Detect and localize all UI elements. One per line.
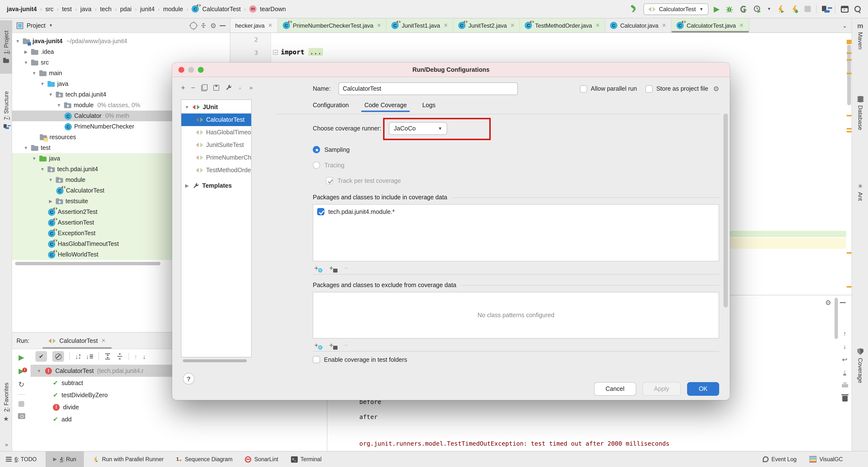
statusbar-parallel-runner[interactable]: Run with Parallel Runner [93,456,163,463]
breadcrumb-module[interactable]: module [163,6,183,12]
rerun-failed-tests-button[interactable]: ▶! [19,367,24,374]
chevron-right-icon[interactable]: ▶ [23,50,29,54]
add-class-icon[interactable]: +c [314,264,321,271]
chevron-down-icon[interactable]: ▼ [184,105,190,110]
allow-parallel-run-checkbox[interactable]: Allow parallel run [580,85,637,92]
fold-toggle-icon[interactable] [273,50,278,55]
edit-templates-wrench-icon[interactable] [225,84,232,91]
breadcrumb-method[interactable]: tearDown [260,6,286,12]
tab-code-coverage[interactable]: Code Coverage [364,102,407,108]
statusbar-visualgc[interactable]: VisualGC [809,456,843,463]
chevron-down-icon[interactable]: ▼ [32,156,37,161]
gear-icon[interactable]: ⚙ [210,22,216,29]
up-arrow-icon[interactable]: ↑ [843,330,846,337]
sort-alphabetically-icon[interactable]: ↓az [75,353,81,360]
include-patterns-list[interactable]: tech.pdai.junit4.module.* [313,204,719,261]
close-icon[interactable]: ✕ [268,22,272,29]
dialog-scrollbar-thumb[interactable] [723,114,728,307]
run-parallel-bolt-icon[interactable] [776,5,785,13]
console-scrollbar-thumb[interactable] [835,298,838,339]
soft-wrap-icon[interactable]: ↩ [842,356,847,363]
statusbar-todo[interactable]: 6: TODO [6,456,37,462]
tool-windows-icon[interactable] [822,6,830,12]
chevron-down-icon[interactable]: ▼ [23,60,29,65]
toggle-auto-test-icon[interactable]: ↻ [18,381,24,388]
help-button[interactable]: ? [183,373,194,384]
collapse-all-icon[interactable] [200,22,207,29]
tab-configuration[interactable]: Configuration [313,102,349,108]
chevron-down-icon[interactable]: ▼ [23,146,29,150]
config-tree-junitsuitetest[interactable]: JunitSuiteTest [181,139,251,151]
cancel-button[interactable]: Cancel [594,382,636,396]
scroll-to-end-icon[interactable]: ↓ [843,370,846,375]
close-window-button[interactable] [179,67,184,73]
chevron-down-icon[interactable]: ▼ [49,23,53,28]
add-configuration-icon[interactable]: + [181,84,185,91]
name-input[interactable] [338,83,518,95]
breadcrumb-src[interactable]: src [45,6,53,12]
tab-logs[interactable]: Logs [422,102,435,108]
statusbar-sonarlint[interactable]: SonarLint [245,456,278,462]
chevron-down-icon[interactable]: ▼ [36,368,42,373]
chevron-down-icon[interactable]: ▼ [48,92,53,97]
breadcrumb-test[interactable]: test [62,6,72,12]
folded-imports[interactable]: ... [308,48,323,56]
expand-all-icon[interactable] [104,353,111,360]
chevron-down-icon[interactable]: ▼ [48,178,53,182]
debug-parallel-bolt-icon[interactable] [790,5,799,13]
add-class-icon[interactable]: +c [314,341,321,348]
store-settings-gear-icon[interactable]: ⚙ [713,85,719,92]
config-tree-calculatortest[interactable]: CalculatorTest [181,114,251,126]
hidden-tabs-icon[interactable]: ⌄ [838,19,851,32]
statusbar-sequence-diagram[interactable]: 1Sequence Diagram [176,456,232,462]
close-icon[interactable]: ✕ [443,22,448,29]
editor-tab[interactable]: JunitTest1.java✕ [386,19,453,32]
editor-tab[interactable]: PrimeNumberCheckerTest.java✕ [278,19,387,32]
run-anything-icon[interactable] [841,6,848,12]
sidebar-tab-maven[interactable]: m Maven [852,22,868,50]
chevron-down-icon[interactable]: ▼ [32,71,37,76]
close-icon[interactable]: ✕ [595,22,600,29]
rerun-button[interactable]: ▶ [19,353,24,361]
build-hammer-icon[interactable] [629,5,638,13]
sampling-radio[interactable]: Sampling [313,144,719,156]
hide-panel-icon[interactable] [840,302,846,303]
snapshot-icon[interactable] [18,413,25,419]
profiler-button[interactable] [753,5,762,13]
stripe-more-button[interactable]: » [0,441,12,448]
tree-item-idea[interactable]: ▶.idea [12,46,230,57]
add-package-icon[interactable]: + [329,264,337,271]
clear-console-icon[interactable] [842,396,847,402]
editor-tab[interactable]: Calculator.java✕ [605,19,672,32]
breadcrumb-junit4[interactable]: junit4 [140,6,155,12]
hide-panel-icon[interactable] [220,25,225,26]
close-icon[interactable]: ✕ [510,22,515,29]
sidebar-tab-database[interactable]: Database [852,96,868,130]
copy-configuration-icon[interactable] [201,84,207,91]
sidebar-tab-project[interactable]: 1: Project [0,20,12,74]
chevron-down-icon[interactable]: ▼ [15,39,20,44]
collapse-all-icon[interactable] [116,353,123,360]
tree-item-project-root[interactable]: ▼java-junit4~/pdai/www/java-junit4 [12,36,230,46]
breadcrumb-java[interactable]: java [80,6,91,12]
sidebar-tab-coverage[interactable]: Coverage [852,348,868,383]
chevron-down-icon[interactable]: ▼ [40,167,45,172]
close-icon[interactable]: ✕ [739,22,744,29]
save-configuration-icon[interactable] [213,85,219,90]
dialog-titlebar[interactable]: Run/Debug Configurations [172,63,730,77]
store-as-project-file-checkbox[interactable]: Store as project file [646,85,708,92]
statusbar-run[interactable]: ▶4: Run [45,451,84,467]
debug-button[interactable] [725,5,734,13]
minimize-window-button[interactable] [188,67,194,73]
sort-by-duration-icon[interactable]: ↓ [86,353,93,360]
config-tree-templates[interactable]: ▶Templates [181,180,251,192]
editor-tab-active[interactable]: CalculatorTest.java✕ [672,19,749,32]
search-everywhere-icon[interactable] [854,5,861,12]
sidebar-tab-ant[interactable]: ✳ Ant [852,183,868,201]
run-button[interactable]: ▶ [714,5,720,13]
ok-button[interactable]: OK [687,382,719,396]
previous-occurrence-icon[interactable]: ↑ [134,353,137,360]
test-row-add[interactable]: ✔add [31,413,327,425]
pattern-checkbox[interactable] [317,208,324,215]
sidebar-tab-favorites[interactable]: 2: Favorites ★ [0,373,12,432]
